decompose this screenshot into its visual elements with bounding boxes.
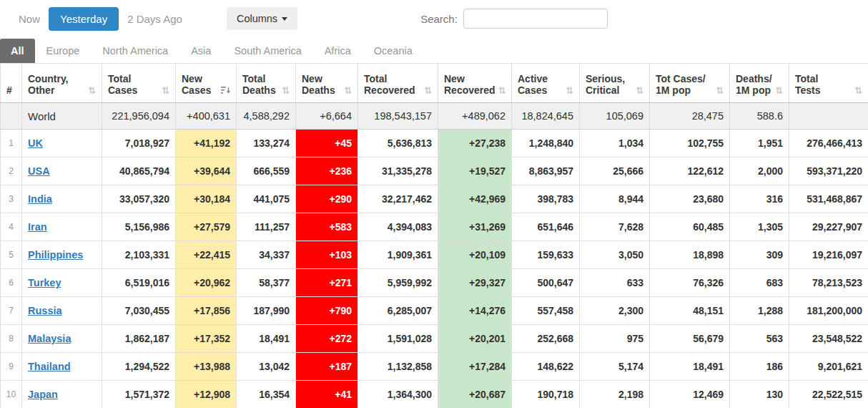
table-row: 4Iran5,156,986+27,579111,257+5834,394,08… xyxy=(1,213,868,241)
cell-new-recovered: +29,327 xyxy=(438,269,512,297)
country-link[interactable]: Philippines xyxy=(28,249,83,261)
table-row: 6Turkey6,519,016+20,96258,377+2715,959,9… xyxy=(1,269,868,297)
tab-south-america[interactable]: South America xyxy=(222,39,312,63)
table-row: 5Philippines2,103,331+22,41534,337+1031,… xyxy=(1,241,868,269)
cell-total-cases: 33,057,320 xyxy=(102,185,176,213)
country-link[interactable]: Iran xyxy=(28,221,47,233)
cell-total-cases: 1,571,372 xyxy=(102,381,176,408)
world-row: World221,956,094+400,6314,588,292+6,6641… xyxy=(1,103,868,130)
cell-deaths-per-1m: 2,000 xyxy=(730,157,789,185)
header-total-deaths[interactable]: TotalDeaths⇅ xyxy=(237,64,296,103)
table-header: #Country,Other⇅TotalCases⇅NewCasesTotalD… xyxy=(1,64,868,103)
cell-new-cases: +22,415 xyxy=(176,241,237,269)
country-link[interactable]: USA xyxy=(28,165,50,177)
search-input[interactable] xyxy=(463,9,608,29)
cell-country: Iran xyxy=(22,213,102,241)
cell-cases-per-1m: 12,469 xyxy=(650,381,730,408)
cell-new-recovered: +489,062 xyxy=(438,103,512,130)
cell-new-deaths: +6,664 xyxy=(296,103,358,130)
cell-new-cases: +17,352 xyxy=(176,325,237,353)
cell-cases-per-1m: 28,475 xyxy=(650,103,730,130)
country-link[interactable]: Malaysia xyxy=(28,333,71,344)
cell-total-tests: 78,213,523 xyxy=(789,269,868,297)
search-group: Search: xyxy=(420,9,608,29)
columns-dropdown-button[interactable]: Columns xyxy=(227,7,297,30)
cell-serious-critical: 2,198 xyxy=(580,381,650,408)
table-row: 3India33,057,320+30,184441,075+29032,217… xyxy=(1,185,868,213)
header-total-tests[interactable]: TotalTests⇅ xyxy=(789,64,868,103)
header-label: # xyxy=(6,84,12,96)
country-link[interactable]: Russia xyxy=(28,305,62,316)
header-label-line2: Critical xyxy=(586,84,619,96)
cell-total-deaths: 666,559 xyxy=(237,157,296,185)
cell-total-cases: 7,030,455 xyxy=(102,297,176,325)
header-total-recovered[interactable]: TotalRecovered⇅ xyxy=(358,64,438,103)
yesterday-button[interactable]: Yesterday xyxy=(49,7,119,31)
cell-new-deaths: +271 xyxy=(296,269,358,297)
cell-serious-critical: 633 xyxy=(580,269,650,297)
cell-rank: 3 xyxy=(1,185,22,213)
header-label-line1: New xyxy=(182,73,230,84)
cell-rank: 1 xyxy=(1,130,22,157)
country-link[interactable]: Japan xyxy=(28,389,58,400)
header-total-cases[interactable]: TotalCases⇅ xyxy=(102,64,176,103)
sort-both-icon: ⇅ xyxy=(344,86,352,95)
cell-total-recovered: 6,285,007 xyxy=(358,297,438,325)
cell-active-cases: 190,718 xyxy=(512,381,580,408)
header-new-cases[interactable]: NewCases xyxy=(176,64,237,103)
cell-total-recovered: 5,959,992 xyxy=(358,269,438,297)
cell-rank xyxy=(1,103,22,130)
cell-total-deaths: 18,491 xyxy=(237,325,296,353)
cell-new-cases: +17,856 xyxy=(176,297,237,325)
cell-rank: 2 xyxy=(1,157,22,185)
country-link[interactable]: Thailand xyxy=(28,361,71,372)
header-label-line2: Deaths xyxy=(242,84,276,96)
cell-total-cases: 6,519,016 xyxy=(102,269,176,297)
country-link[interactable]: India xyxy=(28,193,52,205)
cell-total-tests: 593,371,220 xyxy=(789,157,868,185)
header-serious-critical[interactable]: Serious,Critical⇅ xyxy=(580,64,650,103)
two-days-ago-button[interactable]: 2 Days Ago xyxy=(119,8,191,30)
cell-active-cases: 18,824,645 xyxy=(512,103,580,130)
header-label-line1: Total xyxy=(364,73,432,84)
header-cases-per-1m[interactable]: Tot Cases/1M pop⇅ xyxy=(650,64,730,103)
sort-both-icon: ⇅ xyxy=(775,86,783,95)
country-link[interactable]: UK xyxy=(28,137,43,149)
tab-asia[interactable]: Asia xyxy=(179,39,222,63)
cell-new-recovered: +19,527 xyxy=(438,157,512,185)
cell-active-cases: 1,248,840 xyxy=(512,130,580,157)
header-label-line1: Total xyxy=(108,73,169,84)
cell-new-recovered: +17,284 xyxy=(438,353,512,381)
cell-total-cases: 221,956,094 xyxy=(102,103,176,130)
header-label-line2: Cases xyxy=(108,84,137,96)
tab-africa[interactable]: Africa xyxy=(313,39,363,63)
cell-total-recovered: 4,394,083 xyxy=(358,213,438,241)
header-country[interactable]: Country,Other⇅ xyxy=(22,64,102,103)
cell-new-recovered: +20,201 xyxy=(438,325,512,353)
tab-oceania[interactable]: Oceania xyxy=(363,39,424,63)
cell-deaths-per-1m: 683 xyxy=(730,269,789,297)
cell-new-deaths: +272 xyxy=(296,325,358,353)
cell-new-recovered: +27,238 xyxy=(438,130,512,157)
header-deaths-per-1m[interactable]: Deaths/1M pop⇅ xyxy=(730,64,789,103)
cell-total-cases: 7,018,927 xyxy=(102,130,176,157)
tab-all[interactable]: All xyxy=(0,39,35,63)
header-new-recovered[interactable]: NewRecovered⇅ xyxy=(438,64,512,103)
header-new-deaths[interactable]: NewDeaths⇅ xyxy=(296,64,358,103)
header-active-cases[interactable]: ActiveCases⇅ xyxy=(512,64,580,103)
cell-total-deaths: 111,257 xyxy=(237,213,296,241)
cell-new-deaths: +236 xyxy=(296,157,358,185)
sort-both-icon: ⇅ xyxy=(424,86,432,95)
tab-europe[interactable]: Europe xyxy=(35,39,92,63)
cell-total-tests xyxy=(789,103,868,130)
header-label-line1: Total xyxy=(795,73,862,84)
tab-north-america[interactable]: North America xyxy=(91,39,179,63)
cell-rank: 7 xyxy=(1,297,22,325)
header-rank: # xyxy=(1,64,22,103)
country-link[interactable]: Turkey xyxy=(28,277,61,288)
table-row: 1UK7,018,927+41,192133,274+455,636,813+2… xyxy=(1,130,868,157)
cell-active-cases: 500,647 xyxy=(512,269,580,297)
header-label-line2: Cases xyxy=(182,84,211,96)
cell-active-cases: 398,783 xyxy=(512,185,580,213)
now-button[interactable]: Now xyxy=(10,8,49,30)
